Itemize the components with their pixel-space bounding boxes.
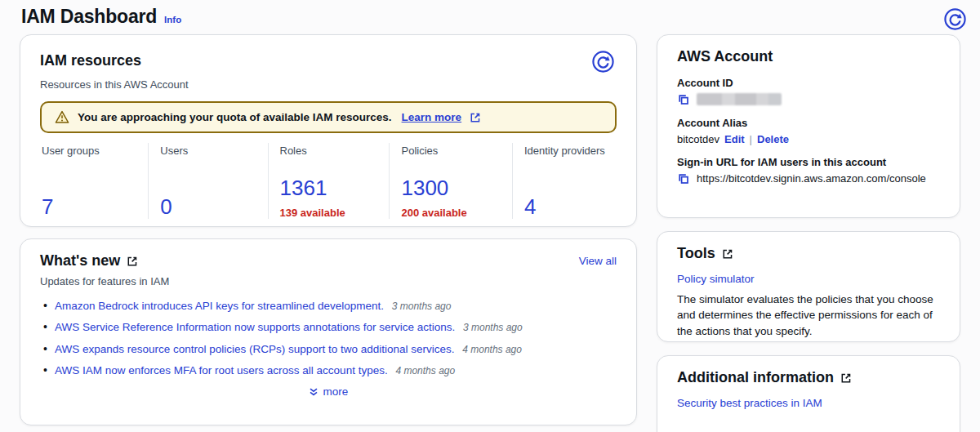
external-link-icon — [722, 248, 733, 260]
tools-title-text: Tools — [677, 245, 715, 263]
stat-value-link[interactable]: 0 — [160, 195, 172, 219]
news-age: 4 months ago — [462, 344, 522, 355]
page-refresh-button[interactable] — [943, 7, 967, 31]
stat-available: 139 available — [280, 207, 390, 219]
additional-information-title: Additional information — [677, 369, 940, 387]
right-column: AWS Account Account ID Account Alias bit… — [657, 34, 960, 432]
external-link-icon — [840, 372, 852, 384]
aws-account-card: AWS Account Account ID Account Alias bit… — [657, 34, 960, 218]
more-row: more — [40, 385, 617, 400]
news-item: AWS Service Reference Information now su… — [40, 320, 617, 335]
stat-roles: Roles 1361 139 available — [268, 143, 390, 219]
view-all-link[interactable]: View all — [579, 255, 617, 267]
stat-value-link[interactable]: 4 — [524, 195, 536, 219]
iam-resources-title: IAM resources — [40, 52, 141, 70]
news-item: AWS expands resource control policies (R… — [40, 342, 617, 357]
iam-resources-header: IAM resources — [40, 48, 617, 73]
stat-label: Policies — [401, 145, 511, 157]
news-list: Amazon Bedrock introduces API keys for s… — [40, 299, 617, 378]
stat-value-link[interactable]: 1300 — [401, 176, 448, 200]
account-alias-value: bitcotdev — [677, 133, 719, 145]
account-alias-field: Account Alias bitcotdev Edit | Delete — [677, 117, 940, 145]
tools-description: The simulator evaluates the policies tha… — [677, 292, 940, 340]
whats-new-card: What's new View all Updates for features… — [20, 238, 637, 425]
page-title-wrap: IAM Dashboard Info — [21, 6, 181, 28]
security-best-practices-link[interactable]: Security best practices in IAM — [677, 397, 822, 409]
stat-label: Users — [160, 145, 267, 157]
page-title: IAM Dashboard — [21, 6, 157, 28]
policy-simulator-link[interactable]: Policy simulator — [677, 273, 755, 285]
iam-resources-stats: User groups 7 Users 0 Roles — [40, 143, 617, 219]
news-link[interactable]: AWS Service Reference Information now su… — [55, 321, 455, 333]
account-id-field: Account ID — [677, 77, 940, 106]
account-alias-label: Account Alias — [677, 117, 940, 129]
main-content: IAM resources Resources in this AWS Acco… — [0, 33, 980, 432]
quota-warning-text: You are approaching your quota of availa… — [78, 111, 392, 123]
left-column: IAM resources Resources in this AWS Acco… — [20, 34, 637, 432]
stat-available: 200 available — [401, 207, 511, 219]
more-label: more — [323, 385, 349, 398]
signin-url-field: Sign-in URL for IAM users in this accoun… — [677, 156, 940, 185]
alias-delete-link[interactable]: Delete — [757, 133, 789, 145]
tools-card: Tools Policy simulator The simulator eva… — [657, 231, 960, 342]
news-age: 3 months ago — [463, 322, 523, 333]
warning-icon — [55, 110, 69, 124]
whats-new-title: What's new — [40, 252, 138, 270]
additional-information-title-text: Additional information — [677, 369, 834, 387]
copy-icon[interactable] — [677, 93, 690, 106]
additional-information-card: Additional information Security best pra… — [657, 355, 960, 432]
page-header: IAM Dashboard Info — [0, 0, 980, 33]
news-item: Amazon Bedrock introduces API keys for s… — [40, 299, 617, 314]
news-link[interactable]: Amazon Bedrock introduces API keys for s… — [55, 300, 384, 312]
iam-resources-subtitle: Resources in this AWS Account — [40, 78, 617, 91]
copy-icon[interactable] — [677, 172, 690, 185]
double-chevron-down-icon — [309, 387, 318, 397]
stat-users: Users 0 — [148, 143, 267, 219]
whats-new-subtitle: Updates for features in IAM — [40, 275, 617, 287]
news-age: 4 months ago — [395, 365, 455, 376]
news-link[interactable]: AWS expands resource control policies (R… — [55, 343, 454, 355]
news-item: AWS IAM now enforces MFA for root users … — [40, 363, 617, 378]
alias-edit-link[interactable]: Edit — [724, 133, 745, 145]
stat-identity-providers: Identity providers 4 — [512, 143, 617, 219]
alias-separator: | — [750, 133, 752, 145]
stat-label: Roles — [280, 145, 390, 157]
iam-resources-refresh-button[interactable] — [591, 50, 615, 73]
aws-account-title: AWS Account — [677, 48, 940, 66]
whats-new-title-text: What's new — [40, 252, 120, 270]
external-link-icon — [127, 256, 138, 267]
stat-policies: Policies 1300 200 available — [389, 143, 511, 219]
learn-more-link[interactable]: Learn more — [402, 111, 462, 123]
news-age: 3 months ago — [392, 301, 452, 312]
stat-label: Identity providers — [524, 145, 617, 157]
stat-value-link[interactable]: 7 — [42, 195, 53, 219]
account-id-label: Account ID — [677, 77, 940, 89]
stat-user-groups: User groups 7 — [40, 143, 148, 219]
quota-warning-banner: You are approaching your quota of availa… — [40, 101, 617, 133]
refresh-icon — [591, 50, 615, 73]
signin-url-value: https://bitcotdev.signin.aws.amazon.com/… — [697, 172, 926, 185]
info-link[interactable]: Info — [164, 15, 181, 24]
refresh-icon — [943, 7, 967, 31]
news-link[interactable]: AWS IAM now enforces MFA for root users … — [55, 364, 388, 376]
stat-value-link[interactable]: 1361 — [280, 176, 327, 200]
iam-resources-card: IAM resources Resources in this AWS Acco… — [20, 34, 637, 227]
stat-label: User groups — [42, 145, 148, 157]
redacted-account-id — [697, 93, 782, 105]
external-link-icon — [470, 112, 481, 123]
more-link[interactable]: more — [309, 385, 349, 398]
whats-new-header: What's new View all — [40, 252, 617, 270]
tools-title: Tools — [677, 245, 940, 263]
signin-url-label: Sign-in URL for IAM users in this accoun… — [677, 156, 940, 168]
